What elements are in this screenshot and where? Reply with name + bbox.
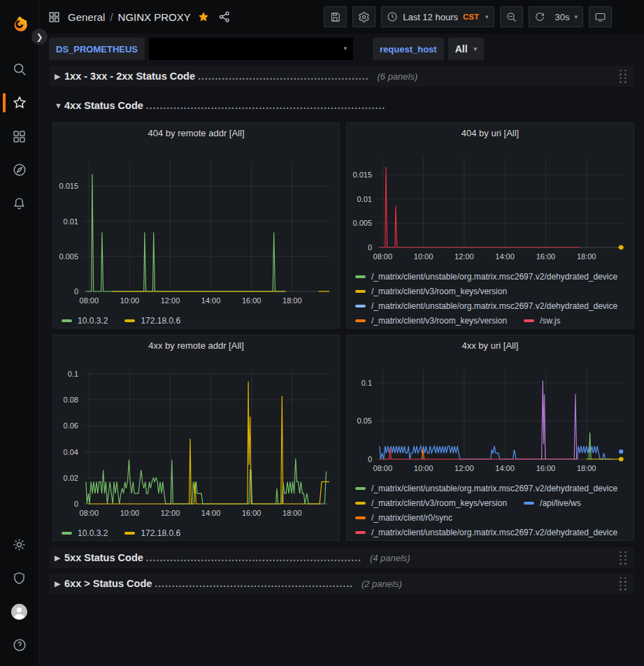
row-drag-handle[interactable] — [615, 550, 631, 566]
svg-text:16:00: 16:00 — [536, 464, 556, 472]
alerting-bell-icon[interactable] — [0, 187, 39, 220]
legend-swatch — [124, 319, 135, 322]
request-host-value-dropdown[interactable]: All ▾ — [448, 38, 484, 60]
search-icon[interactable] — [0, 52, 39, 86]
row-drag-handle[interactable] — [615, 576, 631, 592]
row-drag-handle[interactable] — [615, 68, 631, 85]
svg-text:18:00: 18:00 — [282, 509, 302, 517]
svg-text:12:00: 12:00 — [455, 464, 474, 472]
svg-text:10:00: 10:00 — [120, 296, 140, 305]
explore-compass-icon[interactable] — [0, 153, 39, 187]
svg-text:0.04: 0.04 — [64, 448, 78, 456]
svg-text:08:00: 08:00 — [80, 509, 99, 517]
legend-item[interactable]: 10.0.3.2 — [62, 316, 108, 326]
legend-item[interactable]: /_matrix/client/r0/sync — [355, 513, 452, 523]
legend-item[interactable]: /_matrix/client/v3/room_keys/version — [355, 498, 507, 508]
row-title: 4xx Status Code — [64, 100, 143, 111]
svg-text:0.05: 0.05 — [357, 417, 372, 425]
variable-label-ds-prometheus[interactable]: DS_PROMETHEUS — [49, 38, 145, 60]
svg-text:08:00: 08:00 — [80, 296, 99, 305]
share-icon[interactable] — [218, 10, 231, 23]
row-6xx[interactable]: ▶ 6xx > Status Code ....................… — [49, 573, 634, 594]
legend-item[interactable]: /_matrix/client/v3/room_keys/version — [355, 287, 507, 296]
starred-dashboards-icon[interactable] — [0, 86, 39, 120]
settings-gear-icon[interactable] — [0, 528, 39, 561]
refresh-group: 30s ▾ — [529, 6, 584, 27]
tv-mode-button[interactable] — [589, 6, 612, 27]
svg-text:18:00: 18:00 — [282, 296, 302, 305]
svg-text:08:00: 08:00 — [373, 464, 393, 472]
svg-text:18:00: 18:00 — [577, 464, 596, 472]
panel-404-by-uri: 404 by uri [All] 08:0010:0012:0014:0016:… — [346, 122, 634, 328]
legend-item[interactable]: /_matrix/client/unstable/org.matrix.msc2… — [355, 484, 617, 493]
panel-title[interactable]: 4xx by remote addr [All] — [53, 335, 339, 356]
row-4xx[interactable]: ▼ 4xx Status Code ......................… — [49, 95, 634, 116]
svg-text:16:00: 16:00 — [536, 252, 556, 261]
row-1xx-3xx-2xx[interactable]: ▶ 1xx - 3xx - 2xx Status Code ..........… — [49, 66, 634, 87]
chart-canvas[interactable]: 08:0010:0012:0014:0016:0018:0000.050.1 — [347, 356, 632, 478]
legend-item[interactable]: 172.18.0.6 — [124, 528, 180, 538]
save-dashboard-button[interactable] — [324, 6, 347, 27]
row-title: 5xx Status Code — [64, 552, 143, 563]
row-panel-count: (6 panels) — [377, 71, 417, 82]
legend-item[interactable]: /_matrix/client/unstable/org.matrix.msc2… — [355, 301, 617, 311]
svg-text:12:00: 12:00 — [161, 296, 180, 305]
refresh-interval-dropdown[interactable]: 30s ▾ — [550, 6, 584, 27]
legend-swatch — [355, 502, 366, 505]
legend-row: /_matrix/client/unstable/org.matrix.msc2… — [355, 298, 634, 313]
favorite-star-icon[interactable] — [197, 10, 210, 23]
datasource-select-redacted[interactable]: ▾ — [149, 38, 353, 60]
legend-swatch — [355, 319, 366, 322]
legend-item[interactable]: /_matrix/client/v3/room_keys/version — [355, 316, 507, 326]
breadcrumb-folder[interactable]: General — [68, 11, 105, 23]
kebab-menu-icon[interactable] — [616, 6, 637, 27]
dashboards-icon[interactable] — [0, 120, 39, 153]
chart-canvas[interactable]: 08:0010:0012:0014:0016:0018:0000.020.040… — [53, 356, 338, 523]
breadcrumb-dashboard-title: NGINX PROXY — [118, 11, 191, 23]
dashboard-settings-button[interactable] — [352, 6, 375, 27]
svg-text:0: 0 — [368, 455, 372, 463]
user-avatar[interactable] — [0, 595, 39, 628]
legend-item[interactable]: /api/live/ws — [524, 498, 581, 508]
server-admin-shield-icon[interactable] — [0, 561, 39, 595]
panel-title[interactable]: 404 by uri [All] — [347, 123, 634, 144]
svg-text:0.1: 0.1 — [362, 379, 372, 387]
svg-text:0.08: 0.08 — [64, 396, 78, 404]
legend-item[interactable]: /_matrix/client/unstable/org.matrix.msc2… — [355, 272, 617, 282]
row-5xx[interactable]: ▶ 5xx Status Code ......................… — [49, 547, 634, 568]
svg-text:14:00: 14:00 — [495, 252, 515, 261]
chevron-right-icon: ▶ — [55, 72, 64, 81]
legend-item[interactable]: /sw.js — [524, 316, 560, 326]
zoom-out-button[interactable] — [500, 6, 523, 27]
refresh-button[interactable] — [529, 6, 550, 27]
panel-title[interactable]: 404 by remote addr [All] — [53, 123, 339, 144]
legend-swatch — [355, 531, 366, 534]
apps-grid-icon — [48, 10, 61, 24]
chevron-down-icon: ▾ — [485, 13, 489, 20]
legend-item[interactable]: 172.18.0.6 — [124, 316, 180, 326]
row-title: 1xx - 3xx - 2xx Status Code — [64, 71, 195, 82]
legend-swatch — [355, 305, 366, 307]
row-dots: ........................................… — [146, 100, 385, 111]
time-range-picker[interactable]: Last 12 hours CST ▾ — [381, 6, 494, 27]
panel-4xx-by-uri: 4xx by uri [All] 08:0010:0012:0014:0016:… — [346, 335, 634, 541]
svg-text:0: 0 — [74, 500, 78, 508]
legend-item[interactable]: 10.0.3.2 — [62, 528, 108, 538]
row-dots: ........................................… — [146, 552, 362, 563]
row-panel-count: (4 panels) — [370, 553, 410, 563]
help-icon[interactable] — [0, 628, 39, 662]
submenu-variables: DS_PROMETHEUS ▾ request_host All ▾ — [39, 34, 644, 64]
breadcrumb-separator: / — [110, 11, 113, 23]
panel-title[interactable]: 4xx by uri [All] — [347, 335, 634, 356]
legend-swatch — [524, 319, 534, 322]
legend-row: /_matrix/client/v3/room_keys/version/sw.… — [355, 313, 634, 328]
breadcrumb: General / NGINX PROXY — [68, 11, 191, 23]
variable-label-request-host[interactable]: request_host — [373, 38, 444, 60]
row-title: 6xx > Status Code — [64, 578, 152, 589]
chart-canvas[interactable]: 08:0010:0012:0014:0016:0018:0000.0050.01… — [347, 144, 632, 266]
legend-item[interactable]: /_matrix/client/unstable/org.matrix.msc2… — [355, 528, 617, 537]
legend-swatch — [124, 532, 135, 535]
panels-grid: 404 by remote addr [All] 08:0010:0012:00… — [52, 122, 634, 541]
sidebar-expand-button[interactable]: ❯ — [31, 28, 48, 45]
chart-canvas[interactable]: 08:0010:0012:0014:0016:0018:0000.0050.01… — [53, 144, 338, 310]
